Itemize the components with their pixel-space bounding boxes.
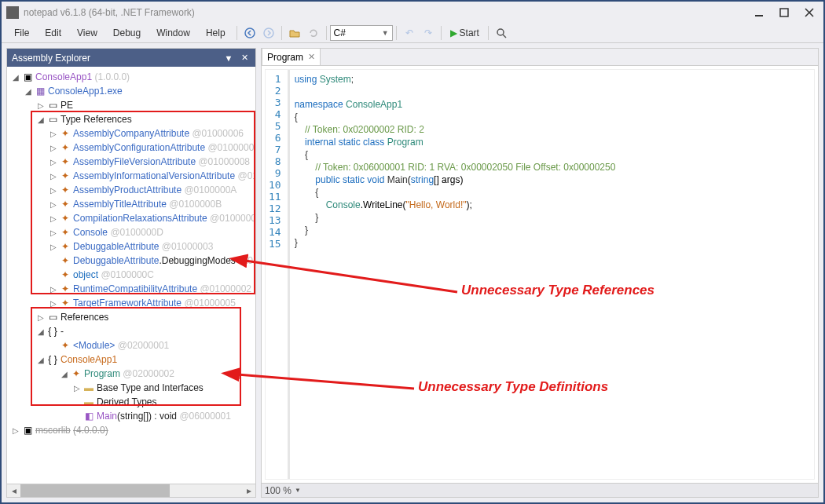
tree-exe[interactable]: ◢▦ConsoleApp1.exe <box>7 84 255 98</box>
menu-edit[interactable]: Edit <box>37 25 69 41</box>
menu-window[interactable]: Window <box>148 25 198 41</box>
nav-back-button[interactable] <box>241 24 258 42</box>
menu-file[interactable]: File <box>6 25 37 41</box>
tree-ref[interactable]: ▷✦Console @0100000D <box>7 225 255 239</box>
tree-mscorlib[interactable]: ▷▣mscorlib (4.0.0.0) <box>7 423 255 437</box>
tree-ref[interactable]: ▷✦AssemblyCompanyAttribute @01000006 <box>7 126 255 141</box>
tree-namespace-empty[interactable]: ◢{ }- <box>7 324 255 338</box>
tree-ref-object[interactable]: ✦object @0100000C <box>7 268 255 282</box>
expand-icon[interactable]: ▷ <box>48 227 59 238</box>
tree-ref[interactable]: ▷✦DebuggableAttribute @01000003 <box>7 239 255 254</box>
panel-header[interactable]: Assembly Explorer ▼ ✕ <box>7 49 255 67</box>
expand-icon[interactable]: ▷ <box>48 199 59 210</box>
expand-icon[interactable]: ▷ <box>35 312 46 323</box>
code-panel: Program ✕ 123456789101112131415 using Sy… <box>261 48 819 498</box>
menubar: File Edit View Debug Window Help C#▼ ↶ ↷… <box>2 24 823 42</box>
tree-ref-nested[interactable]: ✦DebuggableAttribute.DebuggingModes @010… <box>7 254 255 268</box>
scroll-thumb[interactable] <box>20 484 170 497</box>
expand-icon[interactable]: ▷ <box>10 425 21 436</box>
tree-ref[interactable]: ▷✦AssemblyInformationalVersionAttribute … <box>7 169 255 183</box>
maximize-button[interactable] <box>778 6 790 19</box>
expand-icon[interactable]: ▷ <box>35 100 46 111</box>
tree-program[interactable]: ◢✦Program @02000002 <box>7 367 255 381</box>
expand-icon[interactable]: ◢ <box>35 326 46 337</box>
tree-derived-types[interactable]: ▬Derived Types <box>7 395 255 409</box>
nav-forward-button[interactable] <box>260 24 277 42</box>
close-button[interactable] <box>803 6 816 19</box>
expand-icon[interactable]: ▷ <box>48 213 59 224</box>
code-footer: 100 % ▼ <box>262 483 818 497</box>
scroll-left-icon[interactable]: ◂ <box>7 484 20 497</box>
expand-icon[interactable]: ▷ <box>48 298 59 309</box>
expand-icon[interactable]: ▷ <box>48 283 59 294</box>
tree-label: CompilationRelaxationsAttribute <box>73 213 207 224</box>
tree-label: - <box>60 326 64 337</box>
expand-icon[interactable]: ▷ <box>48 170 59 181</box>
reload-button[interactable] <box>305 24 322 42</box>
scroll-right-icon[interactable]: ▸ <box>242 484 255 497</box>
tree-main-method[interactable]: ◧Main(string[]) : void @06000001 <box>7 409 255 423</box>
tree-module[interactable]: ✦<Module> @02000001 <box>7 338 255 352</box>
tree-ref[interactable]: ▷✦AssemblyFileVersionAttribute @01000008 <box>7 155 255 169</box>
tree-label: Derived Types <box>97 396 156 407</box>
panel-dropdown-icon[interactable]: ▼ <box>222 53 235 63</box>
expand-icon[interactable]: ▷ <box>48 142 59 153</box>
tree-ref[interactable]: ▷✦AssemblyProductAttribute @0100000A <box>7 183 255 197</box>
references-icon: ▭ <box>46 114 59 125</box>
expand-icon[interactable]: ◢ <box>10 71 21 82</box>
tree-references[interactable]: ▷▭References <box>7 310 255 324</box>
expand-icon[interactable]: ▷ <box>48 241 59 252</box>
redo-button[interactable]: ↷ <box>420 24 437 42</box>
tree-type-references[interactable]: ◢▭Type References <box>7 112 255 126</box>
assembly-icon: ▣ <box>21 425 34 436</box>
menu-view[interactable]: View <box>69 25 105 41</box>
class-icon: ✦ <box>59 184 72 195</box>
expand-icon[interactable]: ◢ <box>35 114 46 125</box>
panel-close-icon[interactable]: ✕ <box>238 53 251 63</box>
tree-label: Base Type and Interfaces <box>97 382 204 393</box>
zoom-dropdown-icon[interactable]: ▼ <box>295 487 301 494</box>
tree-base-type[interactable]: ▷▬Base Type and Interfaces <box>7 381 255 395</box>
class-icon: ✦ <box>59 213 72 224</box>
tab-program[interactable]: Program ✕ <box>262 48 321 65</box>
horizontal-scrollbar[interactable]: ◂ ▸ <box>7 484 255 497</box>
expand-icon[interactable]: ▷ <box>48 128 59 139</box>
tree-ref[interactable]: ▷✦AssemblyConfigurationAttribute @010000… <box>7 141 255 155</box>
expand-icon[interactable]: ▷ <box>48 156 59 167</box>
expand-icon[interactable]: ▷ <box>48 184 59 195</box>
class-icon: ✦ <box>59 142 72 153</box>
expand-icon[interactable]: ▷ <box>72 382 82 393</box>
language-label: C# <box>334 27 346 38</box>
tree-ref[interactable]: ▷✦AssemblyTitleAttribute @0100000B <box>7 197 255 211</box>
search-button[interactable] <box>493 24 510 42</box>
code-body[interactable]: using System; namespace ConsoleApp1 { //… <box>290 70 621 479</box>
minimize-button[interactable] <box>753 6 765 19</box>
tree-label: ConsoleApp1.exe <box>48 86 123 97</box>
class-icon: ✦ <box>59 128 72 139</box>
namespace-icon: { } <box>46 354 59 365</box>
tree-ref[interactable]: ▷✦TargetFrameworkAttribute @01000005 <box>7 296 255 310</box>
menu-help[interactable]: Help <box>198 25 233 41</box>
class-icon: ✦ <box>59 340 72 351</box>
start-button[interactable]: ▶ Start <box>446 24 484 42</box>
separator <box>326 26 327 40</box>
tree-ref[interactable]: ▷✦CompilationRelaxationsAttribute @01000… <box>7 211 255 225</box>
method-icon: ◧ <box>82 411 95 422</box>
undo-button[interactable]: ↶ <box>401 24 418 42</box>
tree-namespace[interactable]: ◢{ }ConsoleApp1 <box>7 352 255 367</box>
open-button[interactable] <box>286 24 303 42</box>
svg-rect-1 <box>780 9 788 16</box>
code-editor[interactable]: 123456789101112131415 using System; name… <box>265 69 815 480</box>
menu-debug[interactable]: Debug <box>105 25 148 41</box>
language-selector[interactable]: C#▼ <box>330 25 393 41</box>
expand-icon[interactable]: ◢ <box>59 368 70 379</box>
assembly-tree[interactable]: ◢▣ConsoleApp1 (1.0.0.0) ◢▦ConsoleApp1.ex… <box>7 67 255 484</box>
line-gutter: 123456789101112131415 <box>266 70 290 479</box>
expand-icon[interactable]: ◢ <box>35 354 46 365</box>
app-icon <box>6 6 19 19</box>
tree-root[interactable]: ◢▣ConsoleApp1 (1.0.0.0) <box>7 70 255 84</box>
tree-pe[interactable]: ▷▭PE <box>7 98 255 112</box>
tab-close-icon[interactable]: ✕ <box>308 52 315 62</box>
tree-ref[interactable]: ▷✦RuntimeCompatibilityAttribute @0100000… <box>7 282 255 296</box>
expand-icon[interactable]: ◢ <box>23 86 34 97</box>
